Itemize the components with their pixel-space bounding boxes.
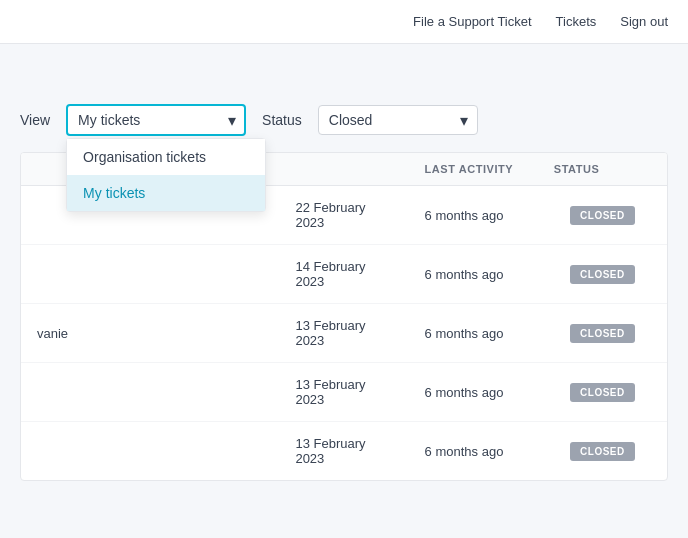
table-row[interactable]: 13 February 2023 6 months ago CLOSED [21,363,667,422]
dropdown-item-my-tickets[interactable]: My tickets [67,175,265,211]
cell-name-3 [21,363,279,422]
filter-row: View My tickets ▾ Organisation tickets M… [20,104,668,136]
sign-out-link[interactable]: Sign out [620,14,668,29]
status-badge-3: CLOSED [570,383,635,402]
tickets-link[interactable]: Tickets [556,14,597,29]
status-badge-1: CLOSED [570,265,635,284]
cell-status-0: CLOSED [538,186,667,245]
cell-status-3: CLOSED [538,363,667,422]
status-select-wrapper: Closed ▾ [318,105,478,135]
cell-status-2: CLOSED [538,304,667,363]
status-badge-2: CLOSED [570,324,635,343]
header: File a Support Ticket Tickets Sign out [0,0,688,44]
col-header-date [279,153,408,186]
view-select[interactable]: My tickets [66,104,246,136]
cell-activity-3: 6 months ago [409,363,538,422]
cell-date-1: 14 February 2023 [279,245,408,304]
view-label: View [20,112,50,128]
status-badge-0: CLOSED [570,206,635,225]
cell-activity-1: 6 months ago [409,245,538,304]
cell-date-4: 13 February 2023 [279,422,408,481]
status-badge-4: CLOSED [570,442,635,461]
cell-activity-0: 6 months ago [409,186,538,245]
cell-name-1 [21,245,279,304]
table-row[interactable]: 13 February 2023 6 months ago CLOSED [21,422,667,481]
cell-activity-2: 6 months ago [409,304,538,363]
cell-date-2: 13 February 2023 [279,304,408,363]
cell-date-3: 13 February 2023 [279,363,408,422]
file-ticket-link[interactable]: File a Support Ticket [413,14,532,29]
dropdown-item-org-tickets[interactable]: Organisation tickets [67,139,265,175]
table-row[interactable]: 14 February 2023 6 months ago CLOSED [21,245,667,304]
table-row[interactable]: vanie 13 February 2023 6 months ago CLOS… [21,304,667,363]
cell-status-4: CLOSED [538,422,667,481]
cell-name-2: vanie [21,304,279,363]
status-select[interactable]: Closed [318,105,478,135]
cell-activity-4: 6 months ago [409,422,538,481]
status-label: Status [262,112,302,128]
cell-date-0: 22 February 2023 [279,186,408,245]
col-header-status: STATUS [538,153,667,186]
cell-name-4 [21,422,279,481]
view-select-wrapper: My tickets ▾ Organisation tickets My tic… [66,104,246,136]
main-content: View My tickets ▾ Organisation tickets M… [0,44,688,501]
view-dropdown-menu: Organisation tickets My tickets [66,138,266,212]
col-header-last-activity: LAST ACTIVITY [409,153,538,186]
cell-status-1: CLOSED [538,245,667,304]
